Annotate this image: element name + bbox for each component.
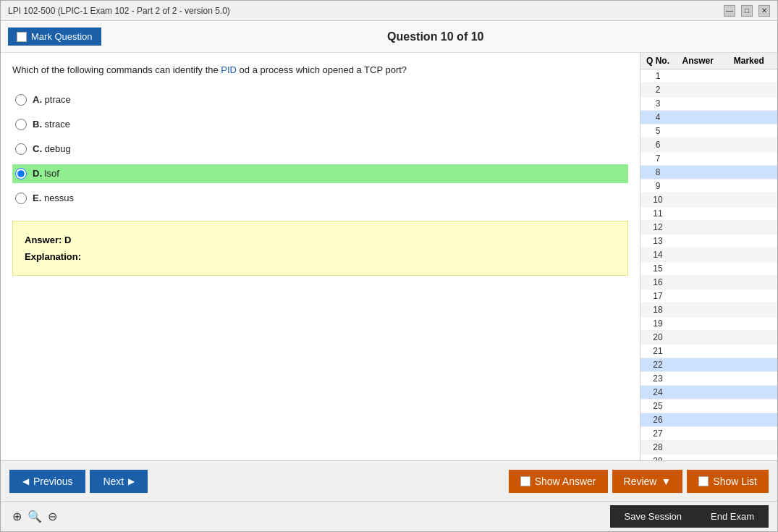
sidebar-row[interactable]: 21 <box>640 345 777 358</box>
sidebar-cell-num: 7 <box>643 153 672 164</box>
option-radio-d[interactable] <box>15 168 27 180</box>
sidebar-row[interactable]: 10 <box>640 193 777 207</box>
sidebar-row[interactable]: 4 <box>640 111 777 124</box>
sidebar-row[interactable]: 19 <box>640 317 777 331</box>
end-exam-button[interactable]: End Exam <box>696 505 769 528</box>
sidebar-row[interactable]: 1 <box>640 69 777 83</box>
sidebar-row[interactable]: 18 <box>640 303 777 317</box>
sidebar-cell-marked <box>724 277 775 287</box>
review-label: Review <box>624 476 657 487</box>
sidebar-cell-marked <box>724 373 775 384</box>
sidebar-cell-answer <box>672 373 724 384</box>
sidebar-cell-marked <box>724 250 775 260</box>
sidebar-cell-answer <box>672 195 724 205</box>
save-session-button[interactable]: Save Session <box>610 505 697 528</box>
sidebar-cell-answer <box>672 112 724 122</box>
sidebar-row[interactable]: 17 <box>640 290 777 303</box>
option-row-c: C. debug <box>12 140 628 159</box>
question-text-before: Which of the following commands can iden… <box>12 64 221 75</box>
mark-question-label: Mark Question <box>31 31 93 42</box>
sidebar-row[interactable]: 24 <box>640 386 777 400</box>
sidebar-cell-num: 24 <box>643 387 672 397</box>
sidebar-cell-answer <box>672 332 724 342</box>
sidebar-cell-answer <box>672 126 724 136</box>
end-exam-label: End Exam <box>711 511 754 522</box>
sidebar-row[interactable]: 13 <box>640 235 777 248</box>
sidebar-row[interactable]: 23 <box>640 372 777 386</box>
next-button[interactable]: Next ▶ <box>90 470 148 493</box>
sidebar-cell-marked <box>724 428 775 439</box>
zoom-out-button[interactable]: ⊖ <box>45 508 60 525</box>
review-button[interactable]: Review ▼ <box>612 470 683 493</box>
sidebar-row[interactable]: 14 <box>640 248 777 262</box>
sidebar-cell-answer <box>672 222 724 232</box>
option-radio-c[interactable] <box>15 143 27 155</box>
zoom-in-button[interactable]: ⊕ <box>9 508 25 525</box>
close-button[interactable]: ✕ <box>758 5 770 17</box>
sidebar-row[interactable]: 3 <box>640 97 777 111</box>
sidebar-cell-marked <box>724 112 775 122</box>
sidebar-row[interactable]: 9 <box>640 180 777 193</box>
show-list-label: Show List <box>713 476 757 487</box>
sidebar-cell-answer <box>672 346 724 356</box>
option-label-b: B. strace <box>33 119 70 130</box>
mark-question-button[interactable]: ■ Mark Question <box>8 28 101 46</box>
sidebar-cell-answer <box>672 85 724 95</box>
restore-button[interactable]: □ <box>741 5 753 17</box>
next-chevron-icon: ▶ <box>128 476 135 486</box>
sidebar-row[interactable]: 5 <box>640 124 777 138</box>
sidebar-cell-num: 21 <box>643 346 672 356</box>
sidebar-row[interactable]: 11 <box>640 207 777 221</box>
sidebar-cell-num: 2 <box>643 85 672 95</box>
sidebar-cell-marked <box>724 140 775 150</box>
sidebar-cell-answer <box>672 71 724 81</box>
sidebar-cell-answer <box>672 277 724 287</box>
sidebar-list[interactable]: 1234567891011121314151617181920212223242… <box>640 69 777 460</box>
zoom-normal-button[interactable]: 🔍 <box>25 508 45 525</box>
sidebar-cell-answer <box>672 415 724 425</box>
sidebar-row[interactable]: 7 <box>640 152 777 166</box>
sidebar-cell-num: 8 <box>643 167 672 177</box>
sidebar-row[interactable]: 16 <box>640 276 777 290</box>
option-radio-b[interactable] <box>15 119 27 130</box>
sidebar-row[interactable]: 8 <box>640 166 777 180</box>
sidebar-cell-answer <box>672 98 724 109</box>
sidebar-header-qno: Q No. <box>643 56 672 66</box>
sidebar-cell-answer <box>672 387 724 397</box>
show-answer-button[interactable]: Show Answer <box>509 470 608 493</box>
previous-label: Previous <box>33 476 72 487</box>
sidebar-row[interactable]: 6 <box>640 138 777 152</box>
sidebar-cell-num: 28 <box>643 442 672 452</box>
sidebar-row[interactable]: 27 <box>640 427 777 441</box>
sidebar-row[interactable]: 28 <box>640 441 777 455</box>
sidebar-row[interactable]: 20 <box>640 331 777 345</box>
sidebar-row[interactable]: 2 <box>640 83 777 97</box>
sidebar-cell-marked <box>724 98 775 109</box>
sidebar-cell-num: 27 <box>643 428 672 439</box>
sidebar-cell-answer <box>672 318 724 329</box>
sidebar-row[interactable]: 29 <box>640 455 777 460</box>
option-radio-e[interactable] <box>15 193 27 204</box>
main-content: Which of the following commands can iden… <box>1 53 777 460</box>
sidebar-cell-num: 26 <box>643 415 672 425</box>
option-radio-a[interactable] <box>15 94 27 106</box>
option-row-d: D. lsof <box>12 164 628 183</box>
sidebar-row[interactable]: 25 <box>640 400 777 413</box>
sidebar-cell-num: 17 <box>643 291 672 301</box>
sidebar-row[interactable]: 15 <box>640 262 777 276</box>
sidebar-cell-answer <box>672 140 724 150</box>
sidebar-cell-num: 25 <box>643 401 672 411</box>
sidebar-cell-marked <box>724 126 775 136</box>
minimize-button[interactable]: — <box>724 5 735 17</box>
sidebar-cell-num: 14 <box>643 250 672 260</box>
sidebar-row[interactable]: 22 <box>640 358 777 372</box>
sidebar-row[interactable]: 26 <box>640 413 777 427</box>
title-bar: LPI 102-500 (LPIC-1 Exam 102 - Part 2 of… <box>1 1 777 21</box>
show-list-button[interactable]: ✓ Show List <box>687 470 769 493</box>
sidebar-cell-answer <box>672 250 724 260</box>
sidebar-cell-marked <box>724 71 775 81</box>
sidebar-cell-num: 23 <box>643 373 672 384</box>
previous-button[interactable]: ◀ Previous <box>9 470 85 493</box>
sidebar-cell-marked <box>724 442 775 452</box>
sidebar-row[interactable]: 12 <box>640 221 777 235</box>
